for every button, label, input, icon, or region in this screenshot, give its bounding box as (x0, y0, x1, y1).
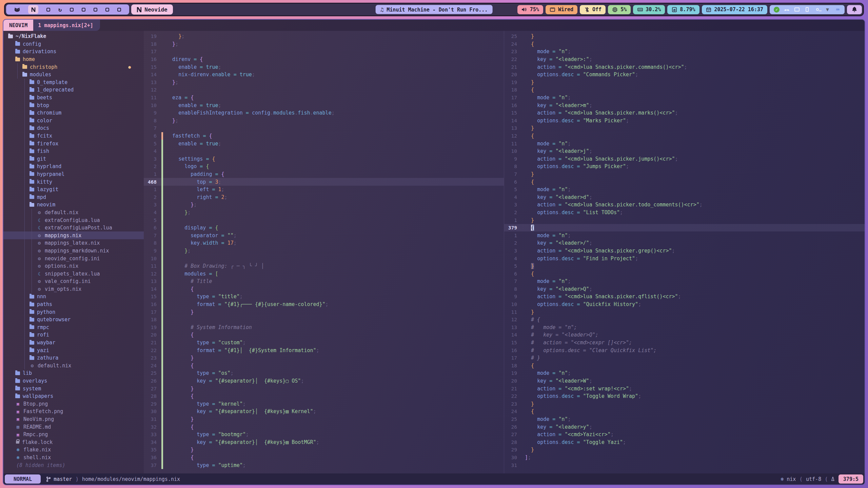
notifications-button[interactable] (847, 5, 862, 14)
code-line[interactable]: 468 top = 3; (144, 178, 504, 186)
code-line[interactable]: 33 type = "bootmgr"; (144, 431, 504, 439)
code-line[interactable]: 24 { (504, 40, 865, 48)
code-line[interactable]: 3 }; (144, 201, 504, 209)
code-line[interactable]: 10 key = "<leader>j"; (504, 147, 865, 155)
bluetooth-chip[interactable]: Off (580, 5, 606, 14)
code-line[interactable]: 6 { (504, 270, 865, 278)
tree-item-waybar[interactable]: waybar (3, 339, 144, 347)
code-line[interactable]: 1 } (504, 216, 865, 224)
workspace-square[interactable] (105, 8, 109, 12)
tree-item-readme.md[interactable]: ▤README.md (3, 423, 144, 431)
code-line[interactable]: 12 { (504, 132, 865, 140)
tree-item-snippets_latex.lua[interactable]: ☾snippets_latex.lua (3, 270, 144, 278)
code-line[interactable]: 6 fastfetch = { (144, 132, 504, 140)
code-line[interactable]: 12 # { (504, 316, 865, 324)
tree-item-paths[interactable]: paths (3, 301, 144, 308)
code-line[interactable]: 19 # System Information (144, 324, 504, 331)
code-line[interactable]: 27 } (144, 385, 504, 392)
tree-item-extraconfiglua.lua[interactable]: ☾extraConfigLua.lua (3, 216, 144, 224)
tree-item-mappings_latex.nix[interactable]: ⚙mappings_latex.nix (3, 239, 144, 247)
tree-item-chromium[interactable]: chromium (3, 109, 144, 117)
code-line[interactable]: 7 } (504, 170, 865, 178)
window-icon[interactable] (794, 7, 800, 12)
code-line[interactable]: 3 settings = { (144, 155, 504, 163)
tree-item-rofi[interactable]: rofi (3, 331, 144, 339)
network-chip[interactable]: Wired (546, 5, 577, 14)
workspace-square[interactable] (70, 8, 74, 12)
code-line[interactable]: 16 direnv = { (144, 56, 504, 63)
code-line[interactable]: 31 } (144, 415, 504, 423)
phone-icon[interactable] (806, 7, 809, 12)
code-line[interactable]: 13 # Title (144, 278, 504, 285)
code-line[interactable]: 1 mode = "n"; (504, 231, 865, 239)
code-line[interactable]: 15 type = "title"; (144, 293, 504, 301)
tree-item-mappings.nix[interactable]: ⚙mappings.nix (3, 231, 144, 239)
tree-item-fastfetch.png[interactable]: ▣FastFetch.png (3, 408, 144, 415)
git-branch[interactable]: master (46, 476, 72, 482)
code-line[interactable]: 10 (144, 255, 504, 262)
code-line[interactable]: 25 } (504, 33, 865, 40)
code-line[interactable]: 18 }; (144, 40, 504, 48)
tree-item-hyprpanel[interactable]: hyprpanel (3, 170, 144, 178)
code-line[interactable]: 6 display = { (144, 224, 504, 232)
code-line[interactable]: 23 mode = "n"; (504, 48, 865, 56)
code-line[interactable]: 3 action = "<cmd>lua Snacks.picker.todo_… (504, 201, 865, 209)
code-line[interactable]: 11 mode = "n"; (504, 140, 865, 147)
tree-item-mpd[interactable]: mpd (3, 193, 144, 201)
tree-item-mappings_markdown.nix[interactable]: ⚙mappings_markdown.nix (3, 247, 144, 255)
code-line[interactable]: 30 key = "{#separator}│ {#keys}▤ Kernel"… (144, 408, 504, 415)
code-line[interactable]: 13 } (504, 124, 865, 132)
code-line[interactable]: 4 key = "<leader>d"; (504, 193, 865, 201)
tree-item-kitty[interactable]: kitty (3, 178, 144, 186)
code-line[interactable]: 36 { (144, 454, 504, 462)
tree-item-system[interactable]: system (3, 385, 144, 392)
tree-item-nixflake[interactable]: ~/NixFlake (3, 33, 144, 40)
memory-chip[interactable]: 30.2% (633, 5, 665, 14)
code-line[interactable]: 15 # action = "<cmd>cexpr []<cr>"; (504, 339, 865, 347)
vpn-triangle-icon[interactable]: ▼ (826, 6, 829, 13)
code-line[interactable]: 14 # key = "<leader>Q"; (504, 331, 865, 339)
code-line[interactable]: 14 options.desc = "Marks Picker"; (504, 117, 865, 125)
workspace-switcher[interactable]: ↻ (6, 4, 129, 15)
tree-item-rmpc.png[interactable]: ▣Rmpc.png (3, 431, 144, 439)
cpu-chip[interactable]: 5% (608, 5, 631, 14)
code-line[interactable]: 28 options.desc = "Toggle Yazi"; (504, 438, 865, 446)
tree-item-flake.nix[interactable]: ❄flake.nix (3, 446, 144, 454)
tree-item-default.nix[interactable]: ⚙default.nix (3, 362, 144, 370)
code-line[interactable]: 22 format = "{#1}│ {#}System Information… (144, 346, 504, 354)
tree-item-hyprland[interactable]: hyprland (3, 163, 144, 170)
code-line[interactable]: 10 options.desc = "Quickfix History"; (504, 301, 865, 308)
code-line[interactable]: 13 # mode = "n"; (504, 324, 865, 331)
code-line[interactable]: 26 key = "<leader>y"; (504, 423, 865, 431)
code-line[interactable]: 21 type = "custom"; (144, 339, 504, 347)
code-line[interactable]: 32 { (144, 423, 504, 431)
check-circle-icon[interactable]: ✓ (774, 7, 780, 13)
workspace-square[interactable] (117, 8, 121, 12)
code-line[interactable]: 8 key.width = 17; (144, 239, 504, 247)
code-line[interactable]: 16 key = "<leader>m"; (504, 101, 865, 109)
code-line[interactable]: 24 { (144, 362, 504, 370)
tree-item-color[interactable]: color (3, 117, 144, 125)
tree-item-default.nix[interactable]: ⚙default.nix (3, 209, 144, 217)
code-line[interactable]: 22 key = "<leader>:"; (504, 56, 865, 63)
code-line[interactable]: 5 (144, 216, 504, 224)
workspace-square[interactable] (94, 8, 97, 12)
code-line[interactable]: 16 format = "{#1}╭─── {#}{user-name-colo… (144, 301, 504, 308)
editor-pane-right[interactable]: 25 }24 {23 mode = "n";22 key = "<leader>… (504, 31, 865, 473)
code-line[interactable]: 12 (144, 86, 504, 94)
code-line[interactable]: 3 action = "<cmd>lua Snacks.picker.grep(… (504, 247, 865, 255)
code-line[interactable]: 18 { (504, 86, 865, 94)
tree-item-modules[interactable]: modules (3, 71, 144, 79)
code-line[interactable]: 34 key = "{#separator}│ {#keys}▤ BootMGR… (144, 438, 504, 446)
code-line[interactable]: 4 options.desc = "Find in Project"; (504, 255, 865, 262)
code-line[interactable]: 25 type = "os"; (144, 369, 504, 377)
tree-item-lib[interactable]: lib (3, 369, 144, 377)
code-line[interactable]: 11 eza = { (144, 94, 504, 102)
code-line[interactable]: 24 { (504, 408, 865, 415)
code-line[interactable]: 16 # options.desc = "Clear Quickfix List… (504, 346, 865, 354)
tree-item-firefox[interactable]: firefox (3, 140, 144, 147)
code-line[interactable]: 19 }; (144, 33, 504, 40)
code-line[interactable]: 30]; (504, 454, 865, 462)
tree-item-christoph[interactable]: christoph● (3, 63, 144, 71)
code-line[interactable]: 9 action = "<cmd>lua Snacks.picker.jumps… (504, 155, 865, 163)
